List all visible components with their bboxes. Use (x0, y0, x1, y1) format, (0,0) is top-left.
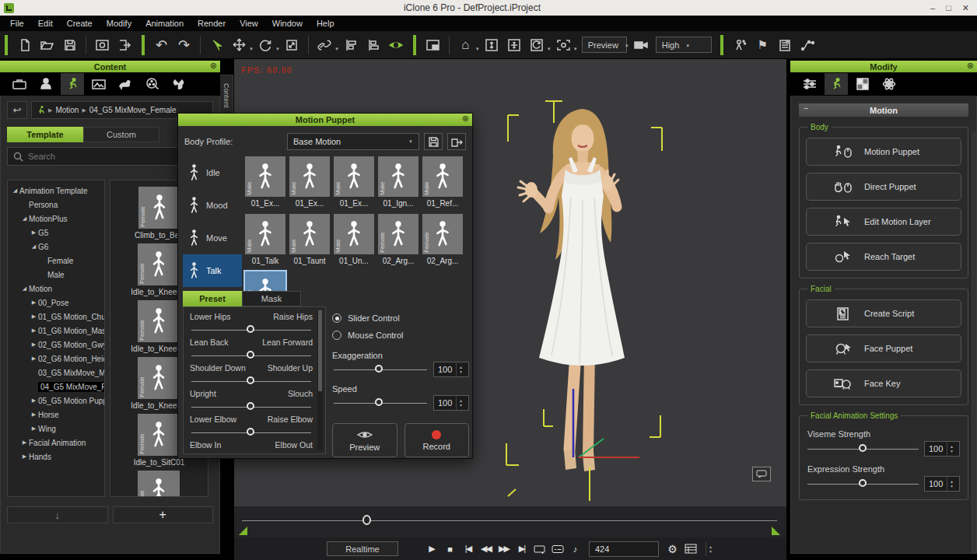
viseme-strength-input[interactable] (925, 442, 947, 456)
tree-arrow-icon[interactable] (30, 243, 38, 250)
menu-item[interactable]: Create (60, 17, 100, 30)
slider-panel-scrollbar[interactable] (317, 310, 323, 450)
puppet-thumbnail[interactable]: Male 01_Ign... (378, 156, 418, 208)
thumbnail-image[interactable]: Male (378, 156, 418, 197)
puppet-thumbnail[interactable]: Male 01_Ex... (245, 156, 285, 208)
thumbnail-image[interactable]: Male (334, 214, 374, 254)
tree-arrow-icon[interactable] (30, 355, 38, 362)
thumbnail-image[interactable]: Female (138, 414, 180, 456)
scale-tool-button[interactable] (281, 34, 303, 55)
motion-thumbnail[interactable]: Female Idle_to_SitC02 (134, 471, 185, 497)
menu-item[interactable]: Edit (31, 17, 60, 30)
undo-icon[interactable]: ↶ (150, 34, 173, 55)
content-panel-header[interactable]: Content ⊗ (0, 61, 220, 72)
tree-item[interactable]: 04_G5 MixMove_Fe... (8, 380, 104, 394)
playback-settings-gear-icon[interactable]: ⚙ (664, 541, 681, 557)
actor-tab-icon[interactable] (34, 73, 58, 95)
tree-item[interactable]: Facial Animation (8, 436, 104, 450)
motion-puppet-button[interactable]: Motion Puppet (806, 138, 961, 166)
camera-frame-button[interactable] (552, 34, 575, 55)
tree-item[interactable]: Wing (8, 422, 104, 436)
frame-counter[interactable]: ▲▼ (589, 541, 659, 557)
physics-tab-icon[interactable] (877, 73, 901, 95)
thumbnail-image[interactable]: Female (138, 187, 180, 229)
menu-item[interactable]: Render (191, 17, 233, 30)
tree-arrow-icon[interactable] (30, 425, 38, 432)
new-project-button[interactable] (13, 34, 36, 55)
tree-item[interactable]: Hands (8, 450, 104, 464)
tree-arrow-icon[interactable] (30, 411, 38, 418)
record-button[interactable]: Record (404, 423, 470, 457)
tree-item[interactable]: 05_G5 Motion Puppet (8, 394, 104, 408)
camcorder-icon[interactable] (630, 34, 653, 55)
render-settings-button[interactable] (774, 34, 797, 55)
timeline-playhead[interactable] (362, 515, 371, 525)
props-tab-icon[interactable] (114, 73, 137, 95)
puppet-slider-track[interactable] (191, 355, 311, 356)
stage-tab-icon[interactable] (87, 73, 110, 95)
motion-section-header[interactable]: − Motion (799, 103, 968, 117)
viewport-caption-button[interactable] (752, 467, 771, 481)
expression-strength-input[interactable] (925, 477, 947, 491)
speed-value-box[interactable]: ▲▼ (433, 395, 469, 411)
go-to-end-button[interactable]: ▶| (513, 541, 531, 557)
puppet-slider-track[interactable] (191, 432, 311, 433)
export-profile-button[interactable] (447, 133, 466, 150)
puppet-category[interactable]: Talk (183, 254, 242, 287)
timeline-range-end-marker[interactable] (772, 527, 780, 535)
content-panel-close-icon[interactable]: ⊗ (210, 61, 217, 71)
menu-item[interactable]: View (233, 17, 265, 30)
search-input[interactable] (28, 152, 184, 161)
tree-item[interactable]: Horse (8, 408, 104, 422)
expression-strength-slider-track[interactable] (807, 484, 919, 485)
home-view-dropdown-icon[interactable]: ▼ (475, 47, 480, 51)
thumbnail-image[interactable]: Male (245, 214, 285, 254)
tree-arrow-icon[interactable] (30, 229, 38, 236)
breadcrumb-back-button[interactable]: ↩ (7, 101, 27, 119)
camera-frame-dropdown-icon[interactable]: ▼ (573, 47, 578, 51)
media-tab-icon[interactable] (140, 73, 163, 95)
tab-custom[interactable]: Custom (83, 127, 159, 142)
direct-puppet-button[interactable]: Direct Puppet (806, 173, 961, 201)
tree-arrow-icon[interactable] (20, 439, 29, 446)
tab-template[interactable]: Template (7, 127, 83, 142)
tree-item[interactable]: Female (8, 254, 104, 268)
link-tool-button[interactable] (313, 34, 336, 55)
puppet-thumbnail[interactable]: Male 01_Un... (334, 214, 374, 265)
save-button[interactable] (58, 34, 81, 55)
modify-panel-scrollbar[interactable] (970, 131, 976, 553)
project-tab-icon[interactable] (8, 73, 31, 95)
viseme-strength-spinner[interactable]: ▲▼ (947, 442, 956, 456)
timeline-track[interactable] (242, 520, 777, 521)
puppet-category[interactable]: Idle (183, 156, 242, 189)
menu-item[interactable]: File (3, 17, 31, 30)
tab-preset[interactable]: Preset (183, 291, 242, 306)
thumbnail-image[interactable]: Female (422, 214, 463, 254)
animation-tab-icon[interactable] (61, 73, 84, 95)
home-view-icon[interactable]: ⌂ (454, 34, 477, 55)
speed-spinner[interactable]: ▲▼ (456, 396, 465, 410)
load-more-button[interactable]: ↓ (7, 506, 108, 523)
quality-dropdown[interactable]: High▼ (656, 37, 712, 53)
modify-panel-header[interactable]: Modify ⊗ (790, 61, 977, 72)
tree-item[interactable]: MotionPlus (8, 212, 104, 226)
thumbnail-image[interactable]: Male (245, 156, 285, 197)
edit-motion-layer-button[interactable]: Edit Motion Layer (806, 208, 961, 236)
close-button[interactable]: ✕ (962, 3, 969, 13)
radio-on-icon[interactable] (332, 313, 341, 323)
fast-forward-button[interactable]: ▶▶ (495, 541, 513, 557)
face-key-button[interactable]: Face Key (806, 369, 961, 397)
timeline-panel-button[interactable] (681, 541, 699, 557)
tree-arrow-icon[interactable] (20, 215, 29, 222)
move-tool-dropdown-icon[interactable]: ▼ (249, 47, 254, 51)
thumbnail-image[interactable]: Female (138, 243, 180, 285)
menu-item[interactable]: Modify (100, 17, 138, 30)
tree-arrow-icon[interactable] (20, 453, 29, 460)
puppet-thumbnail[interactable]: Male 01_Ex... (334, 156, 374, 208)
music-note-icon[interactable]: ♪ (566, 541, 584, 557)
caption-button[interactable] (548, 541, 566, 557)
exaggeration-slider-handle[interactable] (375, 365, 383, 373)
puppet-slider-handle[interactable] (247, 376, 254, 384)
viseme-strength-slider-track[interactable] (807, 449, 919, 450)
exaggeration-slider-track[interactable] (334, 369, 427, 370)
